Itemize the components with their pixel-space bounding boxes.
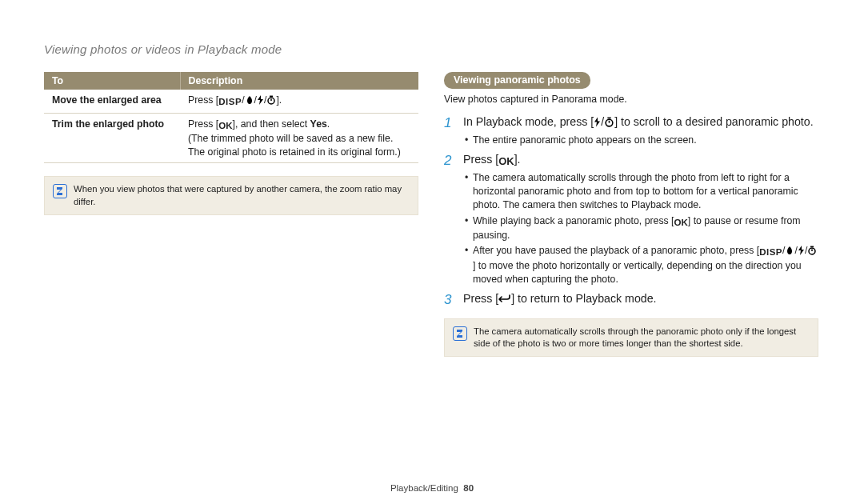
svg-point-3 bbox=[606, 119, 613, 126]
note-left: When you view photos that were captured … bbox=[44, 176, 418, 215]
step-2: 2 Press [OK]. The camera automatically s… bbox=[444, 152, 818, 288]
note-icon bbox=[453, 326, 467, 341]
step-num: 1 bbox=[444, 114, 455, 149]
ok-icon: OK bbox=[498, 154, 514, 169]
row0-desc: Press [DISP///]. bbox=[180, 90, 418, 113]
enlarge-table: To Description Move the enlarged area Pr… bbox=[44, 72, 418, 163]
page-number: 80 bbox=[463, 483, 474, 493]
timer-icon bbox=[807, 246, 817, 259]
step3-text: Press [] to return to Playback mode. bbox=[463, 291, 818, 308]
flash-icon bbox=[594, 116, 601, 131]
disp-icon: DISP bbox=[759, 246, 782, 258]
page-title: Viewing photos or videos in Playback mod… bbox=[44, 42, 820, 56]
note-right-text: The camera automatically scrolls through… bbox=[474, 326, 810, 350]
row1-label: Trim the enlarged photo bbox=[44, 113, 180, 163]
table-row: Trim the enlarged photo Press [OK], and … bbox=[44, 113, 418, 163]
row1-desc: Press [OK], and then select Yes. (The tr… bbox=[180, 113, 418, 163]
note-icon bbox=[53, 184, 67, 198]
page-footer: Playback/Editing 80 bbox=[0, 483, 864, 493]
note-left-text: When you view photos that were captured … bbox=[74, 183, 410, 208]
timer-icon bbox=[266, 95, 276, 109]
th-to: To bbox=[44, 72, 180, 90]
ok-icon: OK bbox=[674, 216, 688, 229]
step-3: 3 Press [] to return to Playback mode. bbox=[444, 291, 818, 308]
step1-bullet: The entire panoramic photo appears on th… bbox=[463, 134, 818, 147]
th-desc: Description bbox=[180, 72, 418, 90]
back-icon bbox=[498, 293, 511, 308]
step2-bullet: While playing back a panoramic photo, pr… bbox=[463, 214, 818, 242]
flash-icon bbox=[798, 246, 805, 259]
step-1: 1 In Playback mode, press [/] to scroll … bbox=[444, 114, 818, 149]
ok-icon: OK bbox=[218, 120, 232, 133]
step2-text: Press [OK]. bbox=[463, 152, 818, 169]
footer-section: Playback/Editing bbox=[390, 483, 458, 493]
step1-text: In Playback mode, press [/] to scroll to… bbox=[463, 114, 818, 131]
table-row: Move the enlarged area Press [DISP///]. bbox=[44, 90, 418, 113]
step2-bullet: The camera automatically scrolls through… bbox=[463, 171, 818, 213]
step2-bullet: After you have paused the playback of a … bbox=[463, 244, 818, 287]
section-intro: View photos captured in Panorama mode. bbox=[444, 94, 818, 105]
macro-icon bbox=[785, 246, 794, 259]
note-right: The camera automatically scrolls through… bbox=[444, 318, 818, 358]
flash-icon bbox=[257, 95, 264, 109]
step-num: 2 bbox=[444, 152, 455, 288]
timer-icon bbox=[604, 116, 614, 131]
section-label: Viewing panoramic photos bbox=[444, 72, 590, 89]
macro-icon bbox=[245, 95, 254, 109]
row0-label: Move the enlarged area bbox=[44, 90, 180, 113]
step-num: 3 bbox=[444, 291, 455, 308]
disp-icon: DISP bbox=[218, 96, 242, 109]
